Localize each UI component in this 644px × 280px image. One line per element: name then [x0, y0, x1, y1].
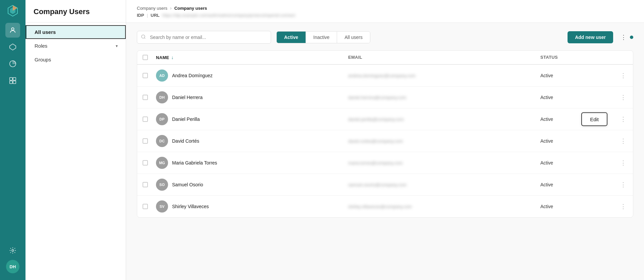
avatar: MG: [156, 157, 168, 169]
filter-active-button[interactable]: Active: [277, 32, 306, 43]
user-name: Samuel Osorio: [172, 182, 203, 187]
avatar: DC: [156, 135, 168, 147]
filter-inactive-button[interactable]: Inactive: [306, 32, 337, 43]
email-cell-4: david.cortes@company.com: [348, 139, 540, 144]
col-status-header: Status: [540, 55, 607, 60]
row-checkbox-6: [143, 182, 156, 187]
avatar: SV: [156, 200, 168, 213]
table-row: SV Shirley Villaveces shirley.villaveces…: [137, 196, 633, 217]
svg-point-11: [142, 35, 145, 38]
col-email-header: Email: [348, 55, 540, 60]
sidebar-item-groups[interactable]: Groups: [25, 53, 126, 66]
select-all-checkbox[interactable]: [143, 55, 148, 60]
url-label: URL: [151, 13, 160, 18]
row-action-button[interactable]: ⋮: [619, 158, 628, 168]
avatar: DH: [156, 91, 168, 103]
add-user-button[interactable]: Add new user: [568, 31, 613, 43]
status-cell-2: Active: [540, 95, 607, 100]
user-name: Andrea Domínguez: [172, 73, 213, 78]
user-name: Maria Gabriela Torres: [172, 160, 217, 166]
row-action-button[interactable]: ⋮: [619, 71, 628, 81]
user-cell-5: MG Maria Gabriela Torres: [156, 157, 348, 169]
main-content: Company users › Company users IDP | URL …: [126, 0, 644, 280]
user-cell-4: DC David Cortés: [156, 135, 348, 147]
row-select-checkbox[interactable]: [143, 182, 148, 187]
row-checkbox-2: [143, 95, 156, 100]
avatar: DP: [156, 113, 168, 125]
svg-line-12: [144, 38, 145, 39]
col-name-header: Name ↓: [156, 55, 348, 60]
row-select-checkbox[interactable]: [143, 95, 148, 100]
row-select-checkbox[interactable]: [143, 160, 148, 166]
toolbar: Active Inactive All users Add new user ⋮: [137, 31, 633, 44]
table-row: DP Daniel Perilla daniel.perilla@company…: [137, 108, 633, 130]
row-action-button[interactable]: ⋮: [619, 180, 628, 190]
svg-rect-9: [13, 81, 16, 84]
table-row: MG Maria Gabriela Torres maria.torres@co…: [137, 152, 633, 174]
row-checkbox-7: [143, 204, 156, 209]
table-header: Name ↓ Email Status: [137, 51, 633, 65]
email-cell-6: samuel.osorio@company.com: [348, 182, 540, 187]
status-cell-6: Active: [540, 182, 607, 187]
status-cell-1: Active: [540, 73, 607, 78]
col-checkbox: [143, 55, 156, 60]
email-cell-3: daniel.perilla@company.com: [348, 117, 540, 122]
app-logo[interactable]: [5, 3, 20, 18]
more-options-button[interactable]: ⋮: [619, 32, 629, 43]
search-input[interactable]: [137, 31, 271, 44]
row-action-button[interactable]: ⋮: [619, 114, 628, 124]
svg-rect-8: [10, 81, 12, 84]
edit-popup[interactable]: Edit: [581, 112, 607, 126]
nav-dashboard[interactable]: [5, 40, 20, 54]
user-name: Daniel Perilla: [172, 116, 200, 122]
user-name: David Cortés: [172, 138, 199, 144]
svg-point-3: [11, 28, 14, 30]
avatar: SO: [156, 179, 168, 191]
row-checkbox-5: [143, 160, 156, 166]
svg-rect-6: [10, 78, 12, 80]
breadcrumb-parent[interactable]: Company users: [137, 6, 167, 11]
row-action-button[interactable]: ⋮: [619, 92, 628, 102]
col-actions-header: [607, 55, 628, 60]
nav-settings[interactable]: [5, 243, 20, 258]
nav-users[interactable]: [5, 23, 20, 38]
row-select-checkbox[interactable]: [143, 204, 148, 209]
nav-analytics[interactable]: [5, 56, 20, 71]
sidebar-item-roles[interactable]: Roles ▾: [25, 39, 126, 53]
users-table: Name ↓ Email Status AD Andrea Domínguez …: [137, 50, 633, 218]
row-checkbox-4: [143, 138, 156, 144]
search-wrapper: [137, 31, 271, 44]
avatar: AD: [156, 69, 168, 82]
row-checkbox-1: [143, 73, 156, 78]
row-select-checkbox[interactable]: [143, 116, 148, 122]
status-cell-5: Active: [540, 160, 607, 166]
row-action-button[interactable]: ⋮: [619, 136, 628, 146]
table-row: DH Daniel Herrera daniel.herrera@company…: [137, 87, 633, 108]
filter-group: Active Inactive All users: [276, 31, 370, 43]
user-cell-2: DH Daniel Herrera: [156, 91, 348, 103]
nav-modules[interactable]: [5, 73, 20, 88]
row-select-checkbox[interactable]: [143, 138, 148, 144]
breadcrumb-separator: ›: [170, 5, 172, 11]
action-cell-4: ⋮: [607, 136, 628, 146]
content-area: Active Inactive All users Add new user ⋮: [126, 23, 644, 280]
breadcrumb-current: Company users: [174, 6, 207, 11]
more-options-wrapper: ⋮: [619, 32, 633, 43]
filter-all-button[interactable]: All users: [337, 32, 370, 43]
action-cell-6: ⋮: [607, 180, 628, 190]
row-action-button[interactable]: ⋮: [619, 201, 628, 212]
row-select-checkbox[interactable]: [143, 73, 148, 78]
action-cell-7: ⋮: [607, 201, 628, 212]
breadcrumb: Company users › Company users: [137, 5, 633, 11]
svg-rect-7: [13, 78, 16, 80]
svg-marker-4: [10, 44, 16, 50]
url-value: https://idp.example.com/auth/realms/comp…: [162, 13, 295, 18]
user-avatar-nav[interactable]: DH: [6, 260, 19, 273]
status-dot: [630, 36, 633, 39]
sort-arrow-icon[interactable]: ↓: [171, 55, 173, 60]
user-name: Shirley Villaveces: [172, 204, 209, 209]
sidebar-nav: All users Roles ▾ Groups: [25, 22, 126, 69]
main-header: Company users › Company users IDP | URL …: [126, 0, 644, 23]
sidebar-item-label-groups: Groups: [35, 57, 51, 62]
sidebar-item-all-users[interactable]: All users: [25, 25, 126, 39]
